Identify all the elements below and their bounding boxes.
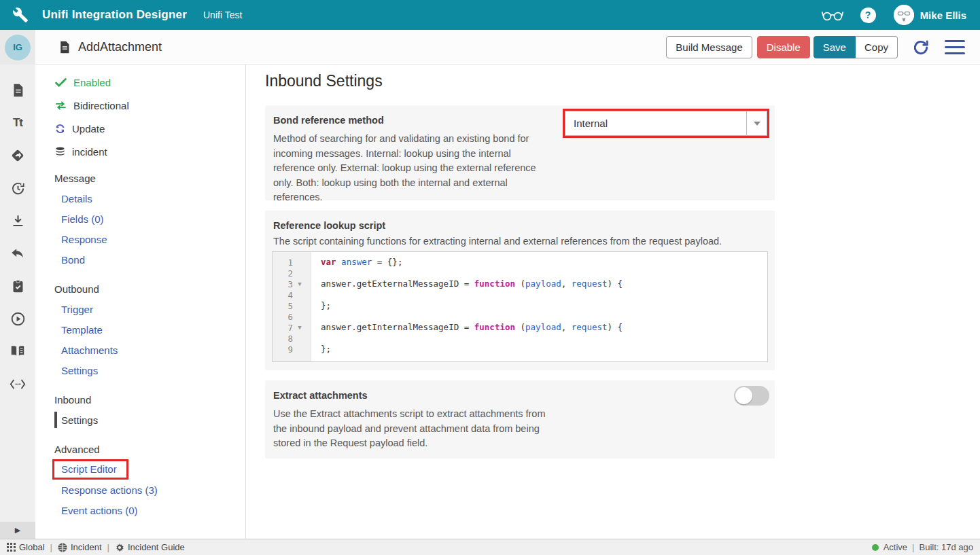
code-gutter: 123▼4567▼89 <box>273 252 311 361</box>
bond-reference-method-select[interactable]: Internal <box>565 111 767 136</box>
expand-arrow-icon: ▶ <box>15 526 20 535</box>
document-header: IG AddAttachment Build Message Disable S… <box>0 30 980 65</box>
workspace-badge-strip: IG <box>0 30 35 65</box>
bond-reference-description: Method of searching for and validating a… <box>273 132 548 205</box>
page-title: AddAttachment <box>78 40 162 54</box>
extract-attachments-toggle[interactable] <box>734 386 769 406</box>
annotation-highlight: Internal <box>563 109 769 138</box>
avatar[interactable] <box>894 5 914 25</box>
reading-mode-icon[interactable] <box>821 7 844 22</box>
sidebar-item-response-actions[interactable]: Response actions (3) <box>35 480 245 500</box>
text-format-icon[interactable]: Tt <box>0 107 35 139</box>
reference-lookup-description: The script containing functions for extr… <box>273 234 735 249</box>
sidebar-section-message: Message <box>35 168 245 188</box>
refresh-icon[interactable] <box>912 39 930 56</box>
sidebar-item-attachments[interactable]: Attachments <box>35 340 245 360</box>
code-lines[interactable]: var answer = {};answer.getExternalMessag… <box>311 252 767 361</box>
sidebar-item-template[interactable]: Template <box>35 319 245 340</box>
app-title: Unifi Integration Designer <box>42 8 187 22</box>
environment-label: Unifi Test <box>203 10 242 20</box>
hamburger-menu-icon[interactable] <box>945 40 965 55</box>
annotation-highlight: Script Editor <box>52 459 128 480</box>
document-icon <box>57 40 71 54</box>
sidebar-status-message-type: incident <box>35 140 245 163</box>
bond-reference-card: Bond reference method Method of searchin… <box>265 105 775 200</box>
statusbar-incident[interactable]: Incident <box>58 542 102 552</box>
sidebar-status-enabled: Enabled <box>35 71 245 94</box>
check-icon <box>55 78 67 87</box>
update-icon <box>55 124 65 134</box>
workspace-badge[interactable]: IG <box>5 35 31 60</box>
gear-icon <box>115 543 124 552</box>
active-status-icon <box>872 544 879 551</box>
copy-button[interactable]: Copy <box>856 36 898 58</box>
user-name[interactable]: Mike Ellis <box>920 10 966 21</box>
toggle-knob <box>735 387 752 404</box>
icon-rail: Tt <box>0 65 35 539</box>
sidebar-item-fields[interactable]: Fields (0) <box>35 209 245 229</box>
main-content: Inbound Settings Bond reference method M… <box>246 65 980 539</box>
sidebar-item-trigger[interactable]: Trigger <box>35 299 245 319</box>
sidebar-item-script-editor[interactable]: Script Editor <box>35 459 245 480</box>
app-window: Unifi Integration Designer Unifi Test ? … <box>0 0 980 555</box>
download-icon[interactable] <box>0 204 35 237</box>
disable-button[interactable]: Disable <box>757 36 810 58</box>
send-icon[interactable] <box>0 139 35 172</box>
extract-attachments-card: Extract attachments Use the Extract atta… <box>265 380 775 459</box>
script-editor[interactable]: 123▼4567▼89 var answer = {};answer.getEx… <box>272 251 768 362</box>
statusbar-incident-guide[interactable]: Incident Guide <box>115 542 185 552</box>
clipboard-check-icon[interactable] <box>0 270 35 302</box>
globe-icon <box>58 543 67 552</box>
database-icon <box>55 147 65 157</box>
reference-lookup-card: Reference lookup script The script conta… <box>265 211 775 370</box>
wrench-icon <box>12 7 29 23</box>
help-icon[interactable]: ? <box>860 7 876 23</box>
reply-icon[interactable] <box>0 237 35 270</box>
document-rail-icon[interactable] <box>0 74 35 107</box>
dropdown-arrow-button[interactable] <box>746 111 767 135</box>
sidebar-section-outbound: Outbound <box>35 279 245 299</box>
build-message-button[interactable]: Build Message <box>666 36 752 58</box>
documentation-icon[interactable] <box>0 335 35 368</box>
sidebar-item-details[interactable]: Details <box>35 188 245 209</box>
sidebar-section-inbound: Inbound <box>35 389 245 410</box>
grid-icon <box>7 543 16 552</box>
sidebar-nav: Enabled Bidirectional Update incident Me… <box>35 65 246 539</box>
top-navbar: Unifi Integration Designer Unifi Test ? … <box>0 0 980 30</box>
sidebar-item-outbound-settings[interactable]: Settings <box>35 360 245 380</box>
history-icon[interactable] <box>0 172 35 204</box>
bond-reference-method-value: Internal <box>565 111 746 135</box>
sidebar-item-event-actions[interactable]: Event actions (0) <box>35 500 245 520</box>
sidebar-item-bond[interactable]: Bond <box>35 249 245 270</box>
extract-attachments-description: Use the Extract attachments script to ex… <box>273 407 561 451</box>
save-button[interactable]: Save <box>813 36 856 58</box>
chevron-down-icon <box>754 122 760 126</box>
reference-lookup-title: Reference lookup script <box>273 220 768 231</box>
code-icon[interactable] <box>0 368 35 400</box>
extract-attachments-title: Extract attachments <box>273 390 768 401</box>
section-heading: Inbound Settings <box>265 72 383 90</box>
rail-expand-button[interactable]: ▶ <box>0 522 35 539</box>
sidebar-item-response[interactable]: Response <box>35 229 245 249</box>
status-bar: Global | Incident | Incident Guide Activ… <box>0 539 980 555</box>
sidebar-status-update: Update <box>35 117 245 140</box>
run-icon[interactable] <box>0 302 35 335</box>
sidebar-section-advanced: Advanced <box>35 439 245 459</box>
sidebar-status-bidirectional: Bidirectional <box>35 94 245 117</box>
build-age-label: Built: 17d ago <box>919 542 973 552</box>
sidebar-item-inbound-settings[interactable]: Settings <box>35 410 245 430</box>
statusbar-global[interactable]: Global <box>7 542 45 552</box>
bidirectional-icon <box>55 101 67 110</box>
active-status-label: Active <box>883 542 907 552</box>
